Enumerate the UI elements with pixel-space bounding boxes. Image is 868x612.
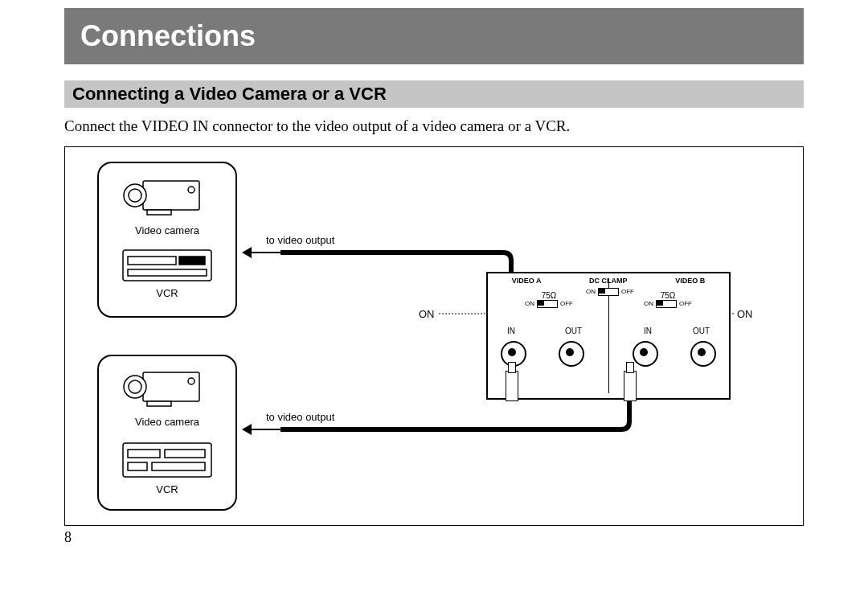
header-video-b: VIDEO B: [675, 277, 705, 285]
b-on: ON: [644, 300, 653, 307]
svg-rect-0: [143, 181, 199, 210]
arrow-top: [252, 252, 280, 253]
source-panel-bottom: Video camera VCR: [97, 355, 237, 511]
b-off: OFF: [679, 300, 692, 307]
connection-diagram: Video camera VCR Video camera VCR to vid…: [64, 146, 804, 526]
svg-rect-6: [128, 257, 176, 265]
a-on: ON: [525, 300, 534, 307]
plug-a-in: [506, 371, 518, 401]
svg-point-13: [188, 378, 194, 384]
b-out-lbl: OUT: [693, 327, 710, 335]
svg-rect-3: [147, 210, 171, 215]
b-in-lbl: IN: [644, 327, 652, 335]
bnc-b-in: [633, 341, 658, 367]
section-header: Connecting a Video Camera or a VCR: [64, 80, 804, 108]
svg-point-2: [129, 189, 141, 202]
svg-point-11: [129, 380, 141, 393]
instruction-text: Connect the VIDEO IN connector to the vi…: [64, 116, 804, 137]
source-panel-top: Video camera VCR: [97, 162, 237, 318]
page-number: 8: [64, 529, 804, 546]
page-title: Connections: [80, 19, 256, 53]
camera-label-bottom: Video camera: [99, 416, 235, 428]
ohm-b: 75Ω: [612, 291, 724, 300]
connector-panel: VIDEO A DC CLAMP VIDEO B ON OFF 75Ω ON O…: [486, 272, 731, 400]
header-video-a: VIDEO A: [512, 277, 542, 285]
a-in-lbl: IN: [507, 327, 515, 335]
svg-point-4: [188, 187, 194, 193]
svg-rect-7: [179, 257, 205, 265]
svg-rect-14: [123, 443, 211, 477]
to-video-output-bottom: to video output: [266, 411, 334, 423]
on-right: ON: [737, 308, 753, 320]
ohm-a: 75Ω: [493, 291, 605, 300]
svg-rect-8: [128, 269, 207, 276]
vcr-label-bottom: VCR: [99, 483, 235, 495]
plug-b-in: [624, 371, 637, 401]
svg-rect-17: [128, 462, 147, 470]
svg-rect-9: [143, 372, 199, 401]
a-out-lbl: OUT: [565, 327, 582, 335]
vcr-label-top: VCR: [99, 287, 235, 299]
bnc-b-out: [690, 341, 716, 367]
svg-rect-18: [152, 462, 205, 470]
camera-label-top: Video camera: [99, 224, 235, 236]
svg-rect-16: [165, 450, 205, 458]
svg-rect-15: [128, 450, 160, 458]
on-left: ON: [419, 308, 435, 320]
section-title: Connecting a Video Camera or a VCR: [72, 84, 796, 105]
svg-rect-12: [147, 401, 171, 406]
arrow-bottom: [252, 429, 280, 430]
a-off: OFF: [560, 300, 573, 307]
title-bar: Connections: [64, 8, 804, 64]
header-dc-clamp: DC CLAMP: [589, 277, 628, 285]
to-video-output-top: to video output: [266, 234, 334, 246]
bnc-a-out: [559, 341, 584, 367]
